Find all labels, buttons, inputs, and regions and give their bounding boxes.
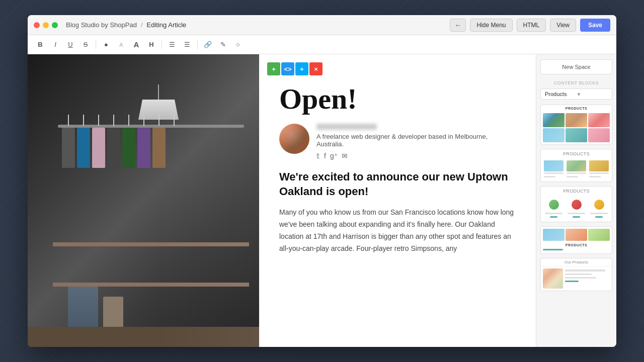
block-card-2[interactable]: Products — [540, 149, 612, 182]
app-name-label: Blog Studio by ShopPad — [66, 21, 137, 29]
toolbar-separator-1 — [96, 40, 96, 49]
block-4-line — [543, 249, 563, 250]
block-4-thumb-2 — [566, 229, 587, 241]
block-5-line-4 — [565, 281, 579, 282]
block-thumb-2 — [566, 113, 587, 127]
block-thumb-3 — [588, 113, 610, 127]
block-2-line-5 — [589, 172, 609, 174]
app-window: Blog Studio by ShopPad / Editing Article… — [28, 15, 616, 347]
pencil-button[interactable]: ✎ — [216, 38, 229, 51]
author-name-blurred — [316, 124, 377, 130]
block-3-line-5 — [590, 213, 608, 214]
remove-block-button[interactable]: × — [309, 62, 323, 75]
right-sidebar: New Space CONTENT BLOCKS Products ▼ PROD… — [536, 54, 616, 347]
back-button[interactable]: ← — [450, 19, 466, 32]
font-size-button[interactable]: A — [115, 38, 128, 51]
block-2-line-1 — [544, 172, 564, 174]
underline-button[interactable]: U — [64, 38, 77, 51]
new-space-button[interactable]: New Space — [540, 59, 612, 74]
editor-area[interactable]: + <> + × Open! A freelance web designer … — [259, 54, 536, 347]
window-controls — [34, 22, 58, 28]
author-section: A freelance web designer & developer bas… — [259, 124, 536, 170]
chevron-down-icon: ▼ — [577, 92, 608, 97]
block-3-line-4 — [573, 216, 581, 218]
breadcrumb-separator: / — [141, 21, 143, 29]
social-links: 𝕥 f g⁺ ✉ — [316, 152, 516, 160]
twitter-icon[interactable]: 𝕥 — [316, 152, 320, 160]
heading-button[interactable]: H — [145, 38, 158, 51]
toolbar-separator-2 — [162, 40, 162, 49]
add-block-button[interactable]: + — [267, 62, 280, 75]
google-plus-icon[interactable]: g⁺ — [330, 152, 338, 160]
article-heading: We're excited to announce our new Uptown… — [279, 170, 516, 199]
hide-menu-button[interactable]: Hide Menu — [470, 19, 512, 32]
block-2-line-4 — [567, 176, 578, 177]
block-1-header: PRODUCTS — [541, 105, 612, 111]
block-2-thumb-2 — [567, 160, 586, 171]
strikethrough-button[interactable]: S — [79, 38, 92, 51]
maximize-window-button[interactable] — [52, 22, 58, 28]
link-button[interactable]: 🔗 — [201, 38, 214, 51]
circle-button[interactable]: ○ — [231, 38, 245, 51]
block-4-header: PRODUCTS — [543, 242, 610, 248]
block-5-line-1 — [565, 269, 605, 272]
editor-toolbar: B I U S ● A A H ☰ ☰ 🔗 ✎ ○ — [28, 35, 616, 54]
block-thumb-6 — [588, 128, 610, 142]
block-1-grid — [541, 111, 612, 144]
add-item-button[interactable]: + — [295, 62, 308, 75]
block-2-grid — [541, 157, 612, 182]
font-button[interactable]: A — [130, 38, 143, 51]
block-5-label: Our Products — [541, 258, 612, 266]
block-4-thumb-1 — [543, 229, 565, 241]
save-button[interactable]: Save — [580, 19, 610, 32]
block-thumb-4 — [543, 128, 565, 142]
align-right-button[interactable]: ☰ — [181, 38, 194, 51]
content-filter-dropdown[interactable]: Products ▼ — [540, 88, 612, 100]
block-card-1[interactable]: PRODUCTS — [540, 105, 612, 145]
block-3-grid — [541, 195, 612, 222]
content-blocks-label: CONTENT BLOCKS — [540, 80, 612, 85]
author-bio: A freelance web designer & developer bas… — [316, 133, 516, 148]
block-3-label: Products — [541, 187, 612, 195]
highlight-button[interactable]: ● — [100, 38, 113, 51]
titlebar-actions: ← Hide Menu HTML View Save — [450, 19, 610, 32]
block-3-circle-3 — [594, 200, 604, 210]
filter-label: Products — [545, 91, 577, 97]
block-5-line-3 — [565, 277, 596, 279]
action-bar: + <> + × — [267, 62, 323, 75]
main-content: + <> + × Open! A freelance web designer … — [28, 54, 616, 347]
align-left-button[interactable]: ☰ — [166, 38, 179, 51]
block-card-5[interactable]: Our Products — [540, 258, 612, 291]
block-2-line-6 — [589, 176, 601, 177]
article-text: Many of you who know us from our San Fra… — [279, 207, 516, 254]
block-card-3[interactable]: Products — [540, 186, 612, 222]
block-3-line-1 — [545, 213, 562, 214]
html-button[interactable]: HTML — [517, 19, 546, 32]
toolbar-separator-3 — [197, 40, 198, 49]
block-3-circle-1 — [549, 200, 559, 210]
block-2-thumb-1 — [544, 160, 564, 171]
bold-button[interactable]: B — [34, 38, 47, 51]
block-3-line-3 — [568, 213, 585, 214]
block-2-thumb-3 — [589, 160, 609, 171]
block-2-label: Products — [541, 149, 612, 157]
block-3-line-2 — [550, 216, 558, 218]
article-body: We're excited to announce our new Uptown… — [259, 170, 536, 275]
block-thumb-5 — [566, 128, 587, 142]
close-window-button[interactable] — [34, 22, 40, 28]
block-card-4[interactable]: PRODUCTS — [540, 226, 612, 254]
block-3-circle-2 — [572, 200, 582, 210]
breadcrumb: Blog Studio by ShopPad / Editing Article — [66, 21, 450, 29]
titlebar: Blog Studio by ShopPad / Editing Article… — [28, 15, 616, 35]
block-thumb-1 — [543, 113, 565, 127]
minimize-window-button[interactable] — [43, 22, 49, 28]
breadcrumb-current: Editing Article — [147, 21, 187, 29]
italic-button[interactable]: I — [49, 38, 62, 51]
view-button[interactable]: View — [550, 19, 576, 32]
code-block-button[interactable]: <> — [281, 62, 294, 75]
block-5-line-2 — [565, 274, 592, 275]
facebook-icon[interactable]: f — [324, 152, 326, 160]
block-2-line-3 — [567, 172, 586, 174]
email-icon[interactable]: ✉ — [342, 152, 348, 160]
block-2-line-2 — [544, 176, 555, 177]
